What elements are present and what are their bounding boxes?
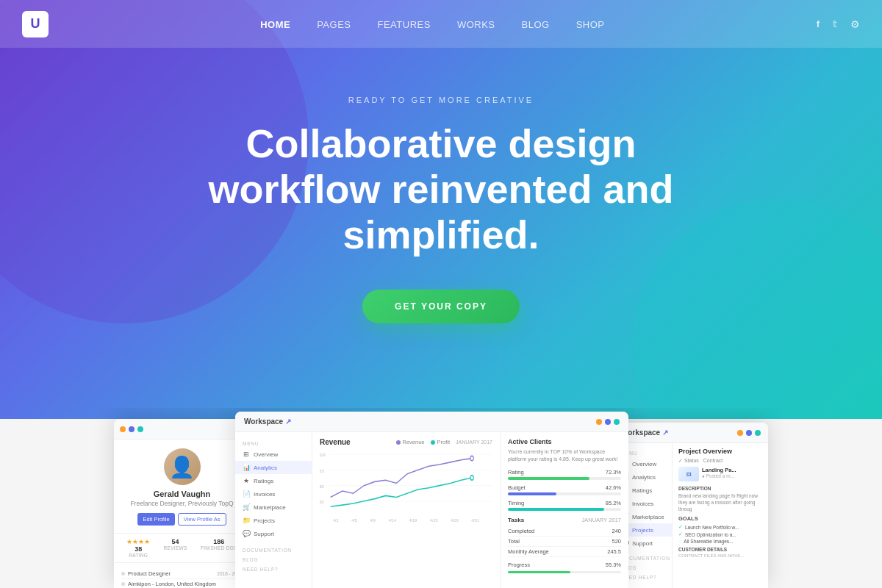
- contract-label: CONTRACT FILES AND NOVE...: [678, 553, 762, 558]
- nav-social: f 𝕥 ⚙: [817, 18, 860, 30]
- invoices-icon: 📄: [243, 490, 250, 498]
- analytics-sidebar: MENU ⊞ Overview 📊 Analytics ★ Ratings 📄 …: [235, 432, 312, 588]
- nav-pages[interactable]: PAGES: [317, 19, 351, 30]
- nav-home[interactable]: HOME: [260, 19, 290, 30]
- nav-shop[interactable]: SHOP: [576, 19, 605, 30]
- profit-legend-dot: [431, 440, 435, 445]
- revenue-legend-dot: [396, 440, 401, 445]
- progress-section: Progress 55.3%: [508, 562, 621, 573]
- project-status-bar: ✓ Status Contract: [678, 458, 762, 464]
- overview-icon: ⊞: [243, 451, 250, 458]
- edit-profile-button[interactable]: Edit Profile: [137, 513, 174, 526]
- analytics-topbar: Workspace ↗: [235, 412, 628, 432]
- stat-rating: ★★★★ 38 RATING: [126, 538, 150, 558]
- profile-list: Product Designer 2016 - 2017 Aimkipon - …: [114, 566, 250, 588]
- task-completed: Completed 240: [508, 526, 621, 537]
- sidebar-item-analytics[interactable]: 📊 Analytics: [235, 461, 312, 474]
- sidebar-item-marketplace[interactable]: 🛒 Marketplace: [235, 501, 312, 514]
- avatar: 👤: [164, 448, 201, 485]
- rating-metric: Rating 72.3%: [508, 469, 621, 480]
- progress-bar-fill: [508, 571, 570, 573]
- svg-text:$50: $50: [320, 484, 324, 489]
- profile-buttons: Edit Profile View Profile As: [137, 513, 226, 526]
- circle-icon: ○: [678, 539, 681, 544]
- profile-name: Gerald Vaughn: [154, 490, 211, 498]
- project-item: 🖼 Landing Pa... ● Posted a m...: [678, 467, 762, 481]
- sidebar-item-invoices[interactable]: 📄 Invoices: [235, 487, 312, 501]
- blog-section-label: BLOG: [235, 554, 312, 564]
- svg-point-9: [470, 476, 473, 480]
- sidebar-item-overview[interactable]: ⊞ Overview: [235, 448, 312, 461]
- analytics-right-panel: Active Clients You're currently in TOP 1…: [500, 432, 628, 588]
- logo[interactable]: U: [22, 11, 49, 37]
- chart-period: JANUARY 2017: [456, 440, 492, 445]
- description-label: DESCRIPTION: [678, 486, 762, 491]
- dot-orange: [120, 426, 126, 432]
- avatar-area: 👤 Gerald Vaughn Freelance Designer, Prev…: [114, 440, 250, 530]
- goal-2: ✓ SEO Optimization to a...: [678, 531, 762, 537]
- check-icon: ✓: [678, 524, 683, 530]
- profile-role: Freelance Designer, Previously TopQ: [130, 500, 233, 507]
- svg-text:$100: $100: [320, 453, 326, 458]
- analytics-body: MENU ⊞ Overview 📊 Analytics ★ Ratings 📄 …: [235, 432, 628, 588]
- hero-subtitle: READY TO GET MORE CREATIVE: [348, 96, 534, 104]
- task-monthly-avg: Monthly Average 245.5: [508, 547, 621, 557]
- nav-features[interactable]: FEATURES: [378, 19, 431, 30]
- revenue-title: Revenue: [320, 438, 351, 446]
- settings-icon[interactable]: ⚙: [850, 18, 860, 30]
- view-profile-button[interactable]: View Profile As: [178, 513, 226, 526]
- list-item: Aimkipon - London, United Kingdom: [121, 579, 243, 588]
- hero-section: U HOME PAGES FEATURES WORKS BLOG SHOP f …: [0, 0, 882, 419]
- menu-section-label: MENU: [235, 438, 312, 448]
- goal-3: ○ All Shareable Images...: [678, 539, 762, 544]
- customer-details-label: CUSTOMER DETAILS: [678, 547, 762, 552]
- project-info: Landing Pa... ● Posted a m...: [702, 467, 762, 478]
- analytics-icon: 📊: [243, 464, 250, 471]
- tasks-header: Tasks JANUARY 2017: [508, 517, 621, 523]
- svg-text:$75: $75: [320, 469, 324, 473]
- ws-trend-icon: ↗: [662, 429, 668, 437]
- nav-blog[interactable]: BLOG: [522, 19, 550, 30]
- workspace-card: Workspace ↗ MENU ⊞ Overview 📊 Analytics: [614, 423, 768, 588]
- cta-button[interactable]: GET YOUR COPY: [362, 290, 520, 323]
- ws-topbar: Workspace ↗: [614, 423, 768, 443]
- ws-topbar-right: [737, 430, 761, 436]
- ws-main: Project Overview ✓ Status Contract 🖼 Lan…: [673, 443, 768, 588]
- budget-bar: [508, 492, 556, 495]
- nav-works[interactable]: WORKS: [457, 19, 495, 30]
- hero-title: Collaborative design workflow reinvented…: [165, 121, 717, 257]
- ws-body: MENU ⊞ Overview 📊 Analytics ★ Ratings 📄 …: [614, 443, 768, 588]
- goals-title: GOALS: [678, 515, 762, 522]
- rating-bar: [508, 477, 589, 480]
- support-icon: 💬: [243, 530, 250, 537]
- budget-metric: Budget 42.6%: [508, 484, 621, 495]
- sidebar-item-support[interactable]: 💬 Support: [235, 527, 312, 540]
- project-overview-title: Project Overview: [678, 448, 762, 455]
- chart-legend: Revenue Profit JANUARY 2017: [396, 439, 492, 445]
- workspace-label: Workspace ↗: [244, 417, 291, 426]
- analytics-main: Revenue Revenue Profit JANUARY 2017: [312, 432, 500, 588]
- timing-metric: Timing 85.2%: [508, 500, 621, 511]
- sidebar-item-projects[interactable]: 📁 Projects: [235, 514, 312, 527]
- svg-point-8: [470, 456, 473, 460]
- help-section-label: NEED HELP?: [235, 564, 312, 573]
- projects-icon: 📁: [243, 517, 250, 524]
- dot-blue: [129, 426, 135, 432]
- profile-card: 👤 Gerald Vaughn Freelance Designer, Prev…: [114, 419, 250, 588]
- project-thumbnail: 🖼: [678, 467, 699, 481]
- list-item: Product Designer 2016 - 2017: [121, 569, 243, 579]
- marketplace-icon: 🛒: [243, 503, 250, 511]
- revenue-header: Revenue Revenue Profit JANUARY 2017: [320, 438, 492, 446]
- timing-bar: [508, 508, 604, 511]
- profile-stats: ★★★★ 38 RATING 54 REVIEWS 186 FINISHED D…: [114, 533, 250, 563]
- facebook-icon[interactable]: f: [817, 18, 820, 29]
- stat-finished: 186 FINISHED DOS: [201, 538, 237, 558]
- twitter-icon[interactable]: 𝕥: [833, 18, 837, 29]
- active-clients-title: Active Clients: [508, 438, 621, 445]
- topbar-right: [596, 419, 620, 425]
- revenue-chart: $100 $75 $50 $25: [320, 451, 492, 517]
- sidebar-item-ratings[interactable]: ★ Ratings: [235, 474, 312, 487]
- active-clients-description: You're currently in TOP 10% of Workspace…: [508, 448, 621, 463]
- stat-reviews: 54 REVIEWS: [164, 538, 187, 558]
- ratings-icon: ★: [243, 477, 250, 484]
